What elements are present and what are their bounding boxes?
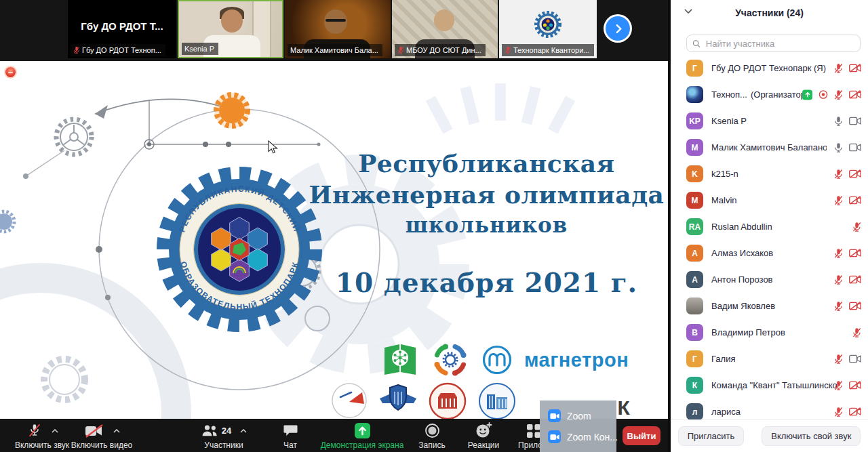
avatar: RA <box>686 218 703 235</box>
recording-indicator[interactable] <box>5 67 16 77</box>
search-input[interactable] <box>705 38 854 49</box>
aviation-university-logo <box>331 382 368 419</box>
green-book-logo <box>381 342 419 377</box>
camera-off-icon <box>849 302 861 311</box>
participant-row[interactable]: RA Ruslan Abdullin <box>671 213 868 240</box>
participants-icon <box>201 424 218 437</box>
unmute-self-button[interactable]: Включить свой звук <box>762 426 861 446</box>
video-tile-2[interactable]: Ksenia P <box>178 0 283 58</box>
camera-off-icon <box>84 423 104 439</box>
record-label: Запись <box>418 440 445 450</box>
search-icon <box>692 39 701 48</box>
recording-icon <box>818 90 828 100</box>
video-tile-3[interactable]: Малик Хамитович Бала... <box>285 0 391 58</box>
video-tile-5-label: Технопарк Квантори... <box>502 44 594 56</box>
invite-button[interactable]: Пригласить <box>678 426 745 446</box>
participant-row[interactable]: К Команда "Квант" Татышлинско... <box>671 372 868 398</box>
participant-name: Ruslan Abdullin <box>711 222 772 232</box>
participant-row[interactable]: M Malvin <box>671 187 868 213</box>
video-tile-1[interactable]: Гбу ДО РДОТ Т... Гбу ДО РДОТ Техноп... <box>68 0 176 58</box>
mouse-cursor <box>268 140 278 155</box>
zoom-app-icon <box>548 430 561 443</box>
participant-row[interactable]: Г Гбу ДО РДОТ Технопарк (Я) <box>671 55 868 81</box>
participants-button[interactable]: 24 Участники <box>183 422 264 450</box>
share-screen-icon <box>354 422 371 439</box>
video-tile-4[interactable]: МБОУ ДО СЮТ Дин... <box>392 0 498 58</box>
blue-university-emblem <box>477 382 517 419</box>
mic-on-icon <box>834 116 843 126</box>
mic-off-icon <box>834 89 843 100</box>
mic-options-caret[interactable] <box>52 429 58 433</box>
collapse-panel-icon[interactable] <box>684 9 692 14</box>
participant-search-box <box>686 35 861 52</box>
mic-off-icon <box>834 354 843 364</box>
video-tile-5[interactable]: Технопарк Квантори... <box>499 0 597 58</box>
shield-university-logo <box>378 382 418 416</box>
reactions-label: Реакции <box>468 440 499 450</box>
zoom-meeting-window: Гбу ДО РДОТ Т... Гбу ДО РДОТ Техноп... K… <box>0 0 868 452</box>
camera-off-icon <box>849 196 861 205</box>
video-tile-1-overlay-name: Гбу ДО РДОТ Т... <box>68 20 176 32</box>
avatar: А <box>686 271 703 288</box>
zoom-app-icon <box>548 409 561 422</box>
camera-off-icon <box>849 90 861 100</box>
start-video-button[interactable]: Включить видео <box>61 422 142 450</box>
camera-off-icon <box>849 275 861 285</box>
avatar: М <box>686 139 703 156</box>
participant-row[interactable]: М Малик Хамитович Балапанов <box>671 134 868 161</box>
camera-on-icon <box>849 354 861 364</box>
slide-date: 10 декабря 2021 г. <box>305 267 668 298</box>
participant-row[interactable]: Техноп... (Организатор) <box>671 81 868 108</box>
slide-title-block: Республиканская Инженерная олимпиада шко… <box>305 148 668 298</box>
avatar: Г <box>686 350 703 367</box>
mic-off-icon <box>834 195 843 205</box>
participant-list: Г Гбу ДО РДОТ Технопарк (Я) Техноп... (О… <box>671 55 868 425</box>
participant-label: Гбу ДО РДОТ Техноп... <box>82 45 161 55</box>
mic-off-icon <box>834 169 843 179</box>
sponsor-logos-row2 <box>331 382 517 419</box>
participants-options-caret[interactable] <box>240 429 247 433</box>
participant-row[interactable]: KP Ksenia P <box>671 108 868 134</box>
camera-on-icon <box>849 143 861 152</box>
mic-off-icon <box>834 63 843 73</box>
avatar: В <box>686 324 703 341</box>
mic-off-icon <box>73 46 80 54</box>
participant-name: Ksenia P <box>711 116 747 126</box>
next-videos-button[interactable] <box>606 16 630 41</box>
participant-row[interactable]: А Алмаз Исхаков <box>671 240 868 266</box>
record-button[interactable]: Запись <box>412 422 452 450</box>
mic-off-icon <box>834 274 843 285</box>
participant-row[interactable]: А Антон Порозов <box>671 266 868 293</box>
participant-name: Гбу ДО РДОТ Технопарк (Я) <box>711 63 826 73</box>
participant-name: Владимир Петров <box>711 327 785 337</box>
participant-row[interactable]: K k215-n <box>671 161 868 187</box>
slide-title-line2: Инженерная олимпиада <box>305 179 668 210</box>
avatar: А <box>686 245 703 262</box>
avatar: M <box>686 192 703 209</box>
mic-off-icon <box>505 46 511 54</box>
video-tile-3-label: Малик Хамитович Бала... <box>288 44 382 56</box>
chevron-right-icon <box>616 24 622 33</box>
camera-off-icon <box>849 64 861 73</box>
popup-item-label: Zoom Кон... <box>567 432 618 443</box>
leave-meeting-button[interactable]: Выйти <box>623 426 660 445</box>
participant-label: Малик Хамитович Бала... <box>290 45 378 55</box>
participant-row[interactable]: Вадим Яковлев <box>671 293 868 319</box>
participant-name: Галия <box>711 354 735 364</box>
popup-item-zoom[interactable]: Zoom <box>548 405 616 426</box>
participant-row[interactable]: Г Галия <box>671 346 868 372</box>
k-center-letter: К <box>614 398 633 418</box>
share-screen-button[interactable]: Демонстрация экрана <box>304 422 420 450</box>
mic-off-icon <box>397 46 404 54</box>
start-video-label: Включить видео <box>71 440 133 450</box>
popup-item-zoom-conference[interactable]: Zoom Кон... <box>548 426 616 447</box>
camera-on-icon <box>849 117 861 126</box>
participant-name: лариса <box>711 407 741 417</box>
participant-label: МБОУ ДО СЮТ Дин... <box>406 45 481 55</box>
mic-off-icon <box>852 222 861 232</box>
participants-count: 24 <box>222 426 231 436</box>
video-options-caret[interactable] <box>113 429 120 433</box>
participant-row[interactable]: В Владимир Петров <box>671 319 868 346</box>
technopark-emblem: РЕСПУБЛИКАНСКИЙ ДЕТСКИЙ ОБРАЗОВАТЕЛЬНЫЙ … <box>155 165 324 334</box>
reactions-button[interactable]: Реакции <box>460 422 507 450</box>
